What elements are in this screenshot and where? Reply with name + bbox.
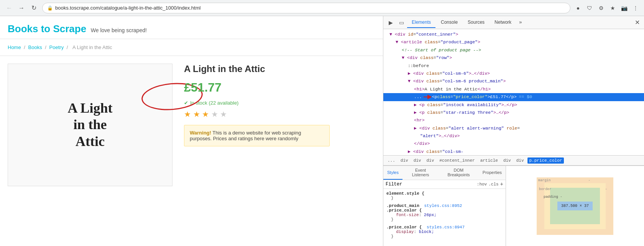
style-prop: } (386, 196, 503, 200)
product-title: A Light in the Attic (184, 64, 375, 74)
tree-line-selected[interactable]: ... <p class="price_color">£51.77</p>== … (383, 93, 644, 101)
instock-label: In stock (22 available) (184, 100, 375, 106)
star-1: ★ (184, 110, 191, 118)
tab-elements[interactable]: Elements (407, 17, 435, 28)
star-rating: ★ ★ ★ ★ ★ (184, 110, 375, 119)
tree-line[interactable]: <h1>A Light in the Attic</h1> (383, 85, 644, 93)
breadcrumb-home[interactable]: Home (8, 44, 21, 50)
tree-line[interactable]: ▼ <div id="content_inner"> (383, 31, 644, 38)
add-style-rule[interactable]: + (500, 181, 503, 187)
site-title: Books to Scrape (8, 23, 86, 34)
padding-label: padding - (544, 195, 562, 199)
tree-line[interactable]: ▶ <div class="col-sm-6">…</div> (383, 70, 644, 77)
devtools-panel: ▶ ▭ Elements Console Sources Network » ✕… (383, 16, 644, 246)
box-margin: margin - border - padding - 387.500 × 37 (537, 177, 613, 235)
selector-item-dots[interactable]: ... (386, 157, 397, 164)
devtools-inspect-btn[interactable]: ▶ (386, 18, 396, 28)
hov-toggle[interactable]: :hov (477, 182, 487, 187)
style-rule-product-main: .product_main styles.css:8952 .price_col… (386, 203, 503, 222)
tree-line[interactable]: <hr> (383, 116, 644, 124)
tab-console[interactable]: Console (436, 17, 462, 28)
browser-actions: ● 🛡 ⚙ ★ 📷 ⋮ (573, 3, 640, 13)
tree-line[interactable]: "alert">…</div> (383, 132, 644, 140)
tree-line[interactable]: </div> (383, 140, 644, 148)
tab-dom-breakpoints[interactable]: DOM Breakpoints (439, 166, 479, 180)
style-selector-2: .price_color { (386, 208, 422, 213)
site-subtitle: We love being scraped! (91, 27, 147, 33)
styles-panel: Styles Event Listeners DOM Breakpoints P… (383, 166, 506, 246)
style-rule-header: .product_main styles.css:8952 (386, 203, 503, 208)
tree-line[interactable]: ▼ <div class="col-sm-6 product_main"> (383, 77, 644, 85)
star-5: ★ (220, 110, 227, 118)
style-source-2[interactable]: styles.css:8947 (427, 225, 465, 230)
puzzle-icon[interactable]: ⚙ (596, 3, 606, 13)
margin-dash-top: - (588, 179, 590, 182)
warning-box: Warning! This is a demo website for web … (184, 125, 330, 146)
breadcrumb: Home / Books / Poetry / A Light in the A… (0, 39, 383, 56)
devtools-bottom: Styles Event Listeners DOM Breakpoints P… (383, 166, 644, 246)
tree-line[interactable]: ::before (383, 62, 644, 70)
selector-item-div1[interactable]: div (399, 157, 410, 164)
filter-label: Filter (386, 182, 402, 187)
tree-line[interactable]: ▶ <p class="instock availability">…</p> (383, 101, 644, 109)
devtools-close-btn[interactable]: ✕ (632, 18, 642, 27)
prop-value: 26px; (424, 213, 437, 217)
prop-value-2: block; (419, 230, 434, 234)
star-3: ★ (202, 110, 209, 118)
star-2: ★ (193, 110, 200, 118)
tree-line[interactable]: ▶ <div class="alert alert-warning" role= (383, 125, 644, 132)
product-price: £51.77 (184, 80, 222, 95)
address-bar[interactable]: 🔒 books.toscrape.com/catalogue/a-light-i… (42, 3, 570, 13)
tab-properties[interactable]: Properties (479, 166, 506, 180)
screenshot-icon[interactable]: 📷 (619, 3, 629, 13)
breadcrumb-sep2: / (45, 44, 46, 50)
product-area: A Lightin theAttic A Light in the Attic … (0, 56, 383, 194)
selector-item-div3[interactable]: div (424, 157, 436, 164)
tree-line[interactable]: ▼ <div class="row"> (383, 54, 644, 62)
lock-icon: 🔒 (47, 5, 53, 11)
devtools-tabs: ▶ ▭ Elements Console Sources Network » ✕ (383, 16, 644, 29)
style-filter-input[interactable] (404, 182, 475, 187)
tab-event-listeners[interactable]: Event Listeners (402, 166, 439, 180)
tab-network[interactable]: Network (490, 17, 516, 28)
selector-item-article[interactable]: article (478, 157, 500, 164)
cls-toggle[interactable]: .cls (488, 182, 498, 187)
selector-item-div2[interactable]: div (412, 157, 423, 164)
html-tree: ▼ <div id="content_inner"> ▼ <article cl… (383, 29, 644, 156)
shield-icon[interactable]: 🛡 (585, 3, 594, 13)
tab-sources[interactable]: Sources (463, 17, 489, 28)
breadcrumb-books[interactable]: Books (28, 44, 42, 50)
tree-line[interactable]: <!-- Start of product page --> (383, 46, 644, 54)
breadcrumb-poetry[interactable]: Poetry (49, 44, 64, 50)
back-button[interactable]: ← (4, 3, 15, 13)
box-model-panel: margin - border - padding - 387.500 × 37 (506, 166, 644, 246)
tree-line[interactable]: ▼ <article class="product_page"> (383, 38, 644, 46)
styles-tabs: Styles Event Listeners DOM Breakpoints P… (383, 166, 506, 180)
tab-styles[interactable]: Styles (383, 166, 402, 180)
tree-line[interactable]: ▶ <p class="star-rating Three">…</p> (383, 109, 644, 116)
forward-button[interactable]: → (16, 3, 27, 13)
nav-buttons: ← → ↻ (4, 3, 39, 13)
margin-label: margin (538, 179, 550, 182)
tree-line[interactable]: ▶ <div class="col-sm- (383, 148, 644, 156)
reload-button[interactable]: ↻ (28, 3, 39, 13)
style-rule-close-2: } (386, 234, 503, 239)
style-selector-3: .price_color { (386, 225, 422, 230)
selector-item-price-color[interactable]: p.price_color (527, 157, 564, 164)
style-selector-price: .price_color { (386, 208, 503, 213)
star-4: ★ (211, 110, 218, 118)
book-title-image: A Lightin theAttic (67, 100, 112, 150)
style-source[interactable]: styles.css:8952 (424, 203, 462, 208)
devtools-device-btn[interactable]: ▭ (396, 18, 406, 28)
selector-bar: ... div div div #content_inner article d… (383, 156, 644, 166)
extensions-btn[interactable]: ● (573, 3, 583, 13)
style-rule-header2: .price_color { styles.css:8947 (386, 225, 503, 230)
devtools-more-tabs[interactable]: » (517, 20, 524, 25)
bookmark-icon[interactable]: ★ (608, 3, 617, 13)
main-area: Books to Scrape We love being scraped! H… (0, 16, 644, 246)
selector-item-div5[interactable]: div (514, 157, 526, 164)
selector-item-div4[interactable]: div (501, 157, 513, 164)
selector-item-content-inner[interactable]: #content_inner (437, 157, 476, 164)
more-icon[interactable]: ⋮ (631, 3, 640, 13)
box-padding: padding - 387.500 × 37 (550, 188, 600, 224)
